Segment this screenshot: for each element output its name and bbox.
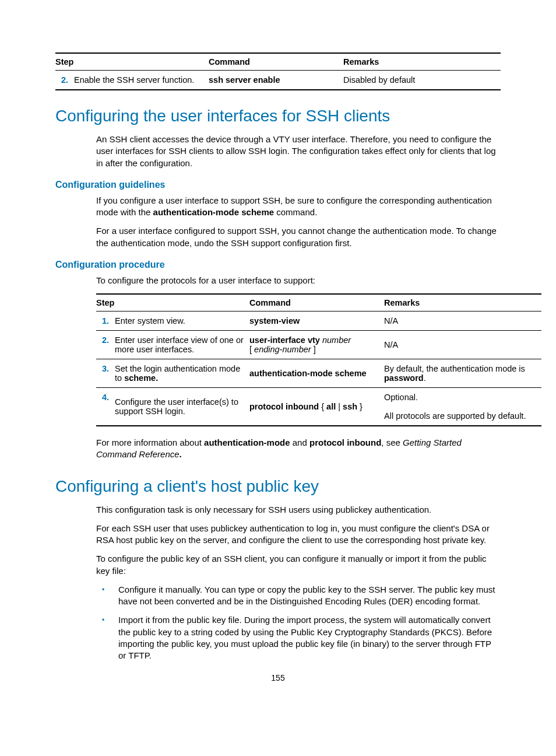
bullet-list: Configure it manually. You can type or c… (55, 584, 501, 662)
list-item: Import it from the public key file. Duri… (96, 614, 501, 662)
step-command: user-interface vty number [ ending-numbe… (249, 331, 384, 359)
intro-paragraph: An SSH client accesses the device throug… (55, 134, 501, 169)
subsection-heading: Configuration procedure (55, 260, 501, 270)
table-row: 1. Enter system view. system-view N/A (96, 312, 541, 331)
step-number: 2. (96, 331, 115, 359)
step-desc: Enable the SSH server function. (74, 71, 209, 90)
body-paragraph: For each SSH user that uses publickey au… (55, 523, 501, 547)
col-command: Command (209, 53, 343, 71)
step-desc: Enter system view. (115, 312, 249, 331)
subsection-heading: Configuration guidelines (55, 180, 501, 190)
step-number: 4. (96, 388, 115, 426)
step-command: ssh server enable (209, 71, 343, 90)
table-ssh-server: Step Command Remarks 2. Enable the SSH s… (55, 52, 501, 90)
col-command: Command (249, 294, 384, 312)
guideline-paragraph: For a user interface configured to suppo… (55, 225, 501, 249)
col-remarks: Remarks (384, 294, 541, 312)
body-paragraph: This configuration task is only necessar… (55, 504, 501, 516)
table-row: 4. Configure the user interface(s) to su… (96, 388, 541, 426)
page-number: 155 (55, 673, 501, 682)
step-desc: Configure the user interface(s) to suppo… (115, 388, 249, 426)
step-command: authentication-mode scheme (249, 359, 384, 388)
table-row: 3. Set the login authentication mode to … (96, 359, 541, 388)
step-remarks: Optional. All protocols are supported by… (384, 388, 541, 426)
step-command: system-view (249, 312, 384, 331)
step-number: 1. (96, 312, 115, 331)
step-command: protocol inbound { all | ssh } (249, 388, 384, 426)
table-row: 2. Enable the SSH server function. ssh s… (55, 71, 501, 90)
table-user-interface: Step Command Remarks 1. Enter system vie… (55, 293, 541, 426)
col-step: Step (96, 294, 249, 312)
procedure-intro: To configure the protocols for a user in… (55, 275, 501, 286)
step-remarks: N/A (384, 312, 541, 331)
section-heading: Configuring a client's host public key (55, 477, 501, 496)
list-item: Configure it manually. You can type or c… (96, 584, 501, 608)
col-remarks: Remarks (343, 53, 501, 71)
col-step: Step (55, 53, 209, 71)
body-paragraph: To configure the public key of an SSH cl… (55, 553, 501, 577)
step-number: 2. (55, 71, 74, 90)
table-row: 2. Enter user interface view of one or m… (96, 331, 541, 359)
step-remarks: By default, the authentication mode is p… (384, 359, 541, 388)
step-desc: Enter user interface view of one or more… (115, 331, 249, 359)
after-table-note: For more information about authenticatio… (55, 437, 501, 461)
step-desc: Set the login authentication mode to sch… (115, 359, 249, 388)
guideline-paragraph: If you configure a user interface to sup… (55, 195, 501, 219)
step-number: 3. (96, 359, 115, 388)
step-remarks: N/A (384, 331, 541, 359)
section-heading: Configuring the user interfaces for SSH … (55, 107, 501, 125)
step-remarks: Disabled by default (343, 71, 501, 90)
